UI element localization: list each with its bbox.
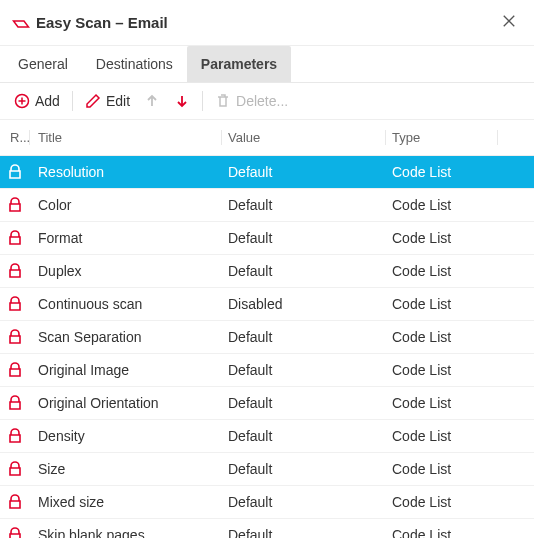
row-value: Default (222, 164, 386, 180)
titlebar: Easy Scan – Email (0, 0, 534, 45)
tab-parameters[interactable]: Parameters (187, 46, 291, 82)
row-type: Code List (386, 230, 498, 246)
lock-icon (7, 362, 23, 378)
row-lock-cell (0, 395, 30, 411)
close-icon (502, 14, 516, 28)
grid-header: R... Title Value Type (0, 120, 534, 156)
row-value: Default (222, 362, 386, 378)
lock-icon (7, 461, 23, 477)
table-row[interactable]: Original OrientationDefaultCode List (0, 387, 534, 420)
row-type: Code List (386, 296, 498, 312)
app-icon (12, 17, 30, 29)
row-lock-cell (0, 164, 30, 180)
lock-icon (7, 329, 23, 345)
row-type: Code List (386, 164, 498, 180)
row-value: Disabled (222, 296, 386, 312)
row-type: Code List (386, 263, 498, 279)
table-row[interactable]: Scan SeparationDefaultCode List (0, 321, 534, 354)
row-title: Continuous scan (30, 296, 222, 312)
row-title: Skip blank pages (30, 527, 222, 538)
plus-circle-icon (14, 93, 30, 109)
table-row[interactable]: DensityDefaultCode List (0, 420, 534, 453)
add-label: Add (35, 93, 60, 109)
row-title: Color (30, 197, 222, 213)
column-header-r[interactable]: R... (0, 130, 30, 145)
row-type: Code List (386, 527, 498, 538)
table-row[interactable]: Skip blank pagesDefaultCode List (0, 519, 534, 538)
row-title: Duplex (30, 263, 222, 279)
edit-button[interactable]: Edit (81, 91, 134, 111)
lock-icon (7, 296, 23, 312)
close-button[interactable] (496, 10, 522, 35)
table-row[interactable]: ColorDefaultCode List (0, 189, 534, 222)
row-value: Default (222, 494, 386, 510)
row-title: Density (30, 428, 222, 444)
row-lock-cell (0, 494, 30, 510)
row-lock-cell (0, 329, 30, 345)
row-lock-cell (0, 296, 30, 312)
add-button[interactable]: Add (10, 91, 64, 111)
lock-icon (7, 197, 23, 213)
row-lock-cell (0, 197, 30, 213)
row-value: Default (222, 395, 386, 411)
lock-icon (7, 428, 23, 444)
row-type: Code List (386, 494, 498, 510)
row-type: Code List (386, 197, 498, 213)
arrow-down-icon (174, 93, 190, 109)
table-row[interactable]: ResolutionDefaultCode List (0, 156, 534, 189)
row-value: Default (222, 230, 386, 246)
table-row[interactable]: SizeDefaultCode List (0, 453, 534, 486)
row-title: Mixed size (30, 494, 222, 510)
row-type: Code List (386, 428, 498, 444)
row-title: Format (30, 230, 222, 246)
lock-icon (7, 263, 23, 279)
row-lock-cell (0, 428, 30, 444)
table-row[interactable]: DuplexDefaultCode List (0, 255, 534, 288)
column-header-value[interactable]: Value (222, 130, 386, 145)
lock-icon (7, 164, 23, 180)
row-value: Default (222, 461, 386, 477)
delete-button[interactable]: Delete... (211, 91, 292, 111)
row-lock-cell (0, 230, 30, 246)
column-header-title[interactable]: Title (30, 130, 222, 145)
delete-label: Delete... (236, 93, 288, 109)
move-up-button[interactable] (140, 91, 164, 111)
row-value: Default (222, 428, 386, 444)
column-header-type[interactable]: Type (386, 130, 498, 145)
tabs: GeneralDestinationsParameters (0, 45, 534, 83)
table-row[interactable]: Original ImageDefaultCode List (0, 354, 534, 387)
row-value: Default (222, 263, 386, 279)
row-value: Default (222, 197, 386, 213)
window-title: Easy Scan – Email (36, 14, 496, 31)
parameters-grid: R... Title Value Type ResolutionDefaultC… (0, 120, 534, 538)
lock-icon (7, 395, 23, 411)
row-value: Default (222, 527, 386, 538)
arrow-up-icon (144, 93, 160, 109)
row-lock-cell (0, 461, 30, 477)
edit-label: Edit (106, 93, 130, 109)
row-type: Code List (386, 362, 498, 378)
row-title: Size (30, 461, 222, 477)
row-lock-cell (0, 362, 30, 378)
row-title: Original Orientation (30, 395, 222, 411)
tab-general[interactable]: General (4, 46, 82, 82)
trash-icon (215, 93, 231, 109)
row-title: Resolution (30, 164, 222, 180)
move-down-button[interactable] (170, 91, 194, 111)
table-row[interactable]: Continuous scanDisabledCode List (0, 288, 534, 321)
table-row[interactable]: Mixed sizeDefaultCode List (0, 486, 534, 519)
row-lock-cell (0, 263, 30, 279)
row-type: Code List (386, 329, 498, 345)
row-type: Code List (386, 395, 498, 411)
separator (202, 91, 203, 111)
row-value: Default (222, 329, 386, 345)
row-title: Scan Separation (30, 329, 222, 345)
pencil-icon (85, 93, 101, 109)
row-type: Code List (386, 461, 498, 477)
row-title: Original Image (30, 362, 222, 378)
lock-icon (7, 527, 23, 538)
tab-destinations[interactable]: Destinations (82, 46, 187, 82)
table-row[interactable]: FormatDefaultCode List (0, 222, 534, 255)
row-lock-cell (0, 527, 30, 538)
toolbar: Add Edit Delete... (0, 83, 534, 120)
